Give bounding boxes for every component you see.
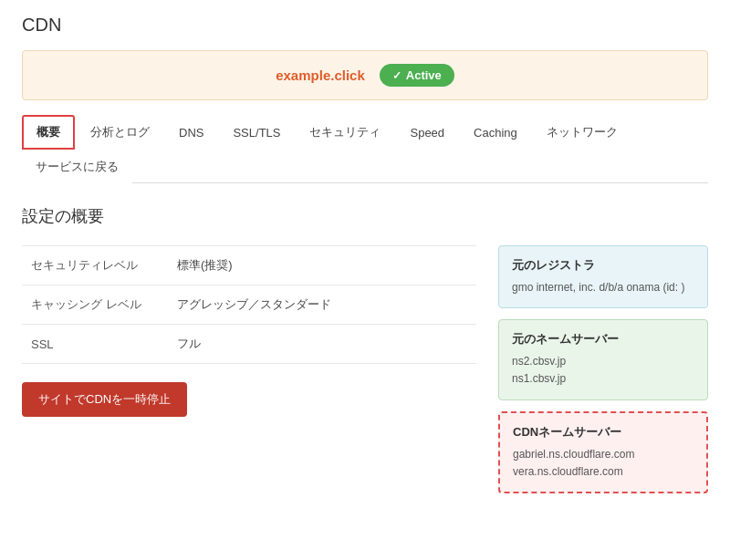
tab-overview[interactable]: 概要 xyxy=(22,115,75,150)
active-label: Active xyxy=(406,68,442,82)
domain-name: example.click xyxy=(276,67,365,83)
right-panel: 元のレジストラ gmo internet, inc. d/b/a onama (… xyxy=(498,245,708,493)
cdn-nameserver-title: CDNネームサーバー xyxy=(513,424,694,441)
setting-value: アグレッシブ／スタンダード xyxy=(168,285,476,325)
setting-label: セキュリティレベル xyxy=(22,246,168,285)
setting-value: フル xyxy=(168,325,476,364)
domain-bar: example.click ✓ Active xyxy=(22,50,708,100)
page-title: CDN xyxy=(22,15,708,36)
pause-cdn-button[interactable]: サイトでCDNを一時停止 xyxy=(22,382,187,417)
cdn-nameserver-value: gabriel.ns.cloudflare.comvera.ns.cloudfl… xyxy=(513,446,694,481)
section-title: 設定の概要 xyxy=(22,205,708,227)
tab-back[interactable]: サービスに戻る xyxy=(22,150,132,183)
table-row: キャッシング レベル アグレッシブ／スタンダード xyxy=(22,285,476,325)
setting-label: SSL xyxy=(22,325,168,364)
tab-security[interactable]: セキュリティ xyxy=(296,116,394,149)
tab-network[interactable]: ネットワーク xyxy=(533,116,631,149)
tab-speed[interactable]: Speed xyxy=(396,118,458,148)
left-panel: セキュリティレベル 標準(推奨) キャッシング レベル アグレッシブ／スタンダー… xyxy=(22,245,476,493)
registrar-card: 元のレジストラ gmo internet, inc. d/b/a onama (… xyxy=(498,245,708,308)
main-content: セキュリティレベル 標準(推奨) キャッシング レベル アグレッシブ／スタンダー… xyxy=(22,245,708,493)
tab-analytics[interactable]: 分析とログ xyxy=(77,116,163,149)
tab-caching[interactable]: Caching xyxy=(460,118,531,148)
active-badge: ✓ Active xyxy=(380,64,454,87)
check-icon: ✓ xyxy=(392,69,402,82)
table-row: SSL フル xyxy=(22,325,476,364)
tab-dns[interactable]: DNS xyxy=(165,118,217,148)
nameserver-value: ns2.cbsv.jpns1.cbsv.jp xyxy=(512,353,694,388)
tabs-bar: 概要 分析とログ DNS SSL/TLS セキュリティ Speed Cachin… xyxy=(22,115,708,183)
tab-ssl[interactable]: SSL/TLS xyxy=(219,118,294,148)
registrar-value: gmo internet, inc. d/b/a onama (id: ) xyxy=(512,279,694,296)
settings-table: セキュリティレベル 標準(推奨) キャッシング レベル アグレッシブ／スタンダー… xyxy=(22,245,476,364)
cdn-nameserver-card: CDNネームサーバー gabriel.ns.cloudflare.comvera… xyxy=(498,411,708,493)
setting-label: キャッシング レベル xyxy=(22,285,168,325)
setting-value: 標準(推奨) xyxy=(168,246,476,285)
nameserver-title: 元のネームサーバー xyxy=(512,331,694,347)
registrar-title: 元のレジストラ xyxy=(512,257,694,274)
nameserver-card: 元のネームサーバー ns2.cbsv.jpns1.cbsv.jp xyxy=(498,319,708,399)
table-row: セキュリティレベル 標準(推奨) xyxy=(22,246,476,285)
